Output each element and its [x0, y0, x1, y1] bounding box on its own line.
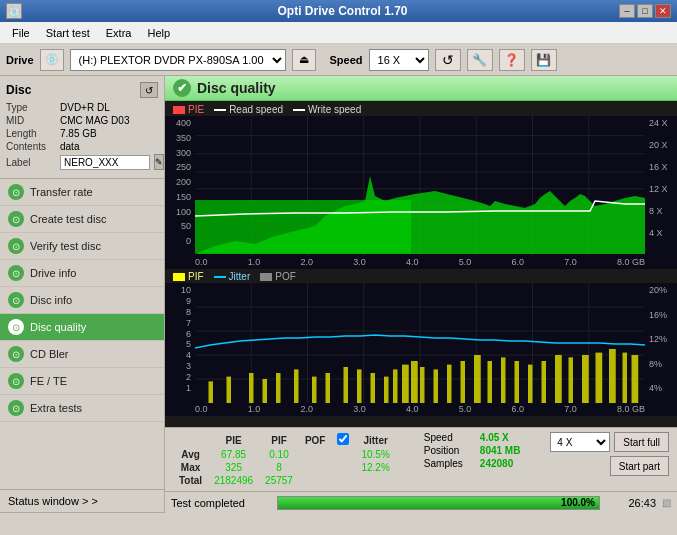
create-test-disc-label: Create test disc [30, 213, 106, 225]
drive-icon-button[interactable]: 💿 [40, 49, 64, 71]
speed-label: Speed [330, 54, 363, 66]
disc-quality-header: ✔ Disc quality [165, 76, 677, 101]
x-bot-2: 2.0 [300, 404, 313, 414]
drive-select[interactable]: (H:) PLEXTOR DVDR PX-890SA 1.00 [70, 49, 286, 71]
svg-rect-52 [555, 355, 562, 403]
total-pie: 2182496 [208, 474, 259, 487]
label-edit-button[interactable]: ✎ [154, 154, 164, 170]
sidebar-item-extra-tests[interactable]: ⊙ Extra tests [0, 395, 164, 422]
menu-help[interactable]: Help [139, 25, 178, 41]
total-pof [299, 474, 332, 487]
top-legend: PIE Read speed Write speed [165, 101, 677, 116]
bottom-y-axis-right: 20% 16% 12% 8% 4% [645, 283, 677, 403]
x-top-7: 7.0 [564, 257, 577, 267]
sidebar-item-create-test-disc[interactable]: ⊙ Create test disc [0, 206, 164, 233]
speed-select[interactable]: 16 X [369, 49, 429, 71]
y-b-8: 8 [167, 307, 193, 317]
drive-info-label: Drive info [30, 267, 76, 279]
x-bot-3: 3.0 [353, 404, 366, 414]
top-chart-svg-container [195, 116, 645, 256]
save-button[interactable]: 💾 [531, 49, 557, 71]
status-window-label: Status window > > [8, 495, 98, 507]
transfer-rate-label: Transfer rate [30, 186, 93, 198]
start-full-button[interactable]: Start full [614, 432, 669, 452]
svg-rect-46 [474, 355, 481, 403]
menu-extra[interactable]: Extra [98, 25, 140, 41]
title-bar: 💿 Opti Drive Control 1.70 – □ ✕ [0, 0, 677, 22]
disc-panel-title: Disc [6, 83, 31, 97]
pif-legend-color [173, 273, 185, 281]
max-label: Max [173, 461, 208, 474]
disc-quality-icon: ⊙ [8, 319, 24, 335]
svg-rect-44 [447, 365, 452, 403]
close-button[interactable]: ✕ [655, 4, 671, 18]
bottom-chart-svg [195, 283, 645, 403]
settings-button[interactable]: 🔧 [467, 49, 493, 71]
top-chart-row: 400 350 300 250 200 150 100 50 0 [165, 116, 677, 256]
y-br-8: 8% [647, 359, 675, 369]
svg-rect-43 [434, 369, 439, 403]
drive-info-icon: ⊙ [8, 265, 24, 281]
sidebar-item-fe-te[interactable]: ⊙ FE / TE [0, 368, 164, 395]
speed-test-select[interactable]: 4 X [550, 432, 610, 452]
y-b-6: 6 [167, 329, 193, 339]
minimize-button[interactable]: – [619, 4, 635, 18]
total-label: Total [173, 474, 208, 487]
mid-value: CMC MAG D03 [60, 115, 129, 126]
jitter-checkbox[interactable] [337, 433, 349, 445]
sidebar-status: Status window > > [0, 489, 164, 513]
refresh-button[interactable]: ↺ [435, 49, 461, 71]
eject-button[interactable]: ⏏ [292, 49, 316, 71]
help-icon-button[interactable]: ❓ [499, 49, 525, 71]
x-bot-0: 0.0 [195, 404, 208, 414]
svg-rect-35 [344, 367, 349, 403]
x-top-3: 3.0 [353, 257, 366, 267]
svg-rect-57 [623, 353, 628, 403]
svg-rect-49 [515, 361, 520, 403]
menu-file[interactable]: File [4, 25, 38, 41]
jitter-legend-color [214, 276, 226, 278]
readspeed-legend-label: Read speed [229, 104, 283, 115]
y-label-50: 50 [167, 221, 193, 231]
stats-buttons: 4 X Start full Start part [550, 432, 669, 476]
pof-legend-label: POF [275, 271, 296, 282]
disc-refresh-button[interactable]: ↺ [140, 82, 158, 98]
svg-rect-33 [312, 377, 317, 403]
svg-rect-37 [371, 373, 376, 403]
x-top-1: 1.0 [248, 257, 261, 267]
samples-value: 242080 [480, 458, 513, 469]
content-area: ✔ Disc quality PIE Read speed Write spee… [165, 76, 677, 513]
svg-rect-53 [569, 357, 574, 403]
maximize-button[interactable]: □ [637, 4, 653, 18]
writespeed-legend-label: Write speed [308, 104, 361, 115]
svg-rect-38 [384, 377, 389, 403]
sidebar-item-disc-info[interactable]: ⊙ Disc info [0, 287, 164, 314]
sidebar-item-drive-info[interactable]: ⊙ Drive info [0, 260, 164, 287]
menu-start-test[interactable]: Start test [38, 25, 98, 41]
bottom-legend: PIF Jitter POF [165, 269, 677, 283]
sidebar-item-transfer-rate[interactable]: ⊙ Transfer rate [0, 179, 164, 206]
disc-quality-label: Disc quality [30, 321, 86, 333]
x-bot-8: 8.0 GB [617, 404, 645, 414]
svg-rect-28 [227, 377, 232, 403]
x-top-2: 2.0 [300, 257, 313, 267]
main-layout: Disc ↺ Type DVD+R DL MID CMC MAG D03 Len… [0, 76, 677, 513]
y-label-200: 200 [167, 177, 193, 187]
avg-pie: 67.85 [208, 448, 259, 461]
bottom-chart-row: 10 9 8 7 6 5 4 3 2 1 [165, 283, 677, 403]
mid-key: MID [6, 115, 56, 126]
status-window-button[interactable]: Status window > > [0, 490, 164, 513]
label-input[interactable] [60, 155, 150, 170]
sidebar-item-disc-quality[interactable]: ⊙ Disc quality [0, 314, 164, 341]
x-top-6: 6.0 [511, 257, 524, 267]
avg-pif: 0.10 [259, 448, 299, 461]
start-part-button[interactable]: Start part [610, 456, 669, 476]
y-label-300: 300 [167, 148, 193, 158]
svg-rect-29 [249, 373, 254, 403]
sidebar-item-cd-bler[interactable]: ⊙ CD Bler [0, 341, 164, 368]
x-bot-1: 1.0 [248, 404, 261, 414]
svg-rect-39 [393, 369, 398, 403]
avg-pof [299, 448, 332, 461]
sidebar-item-verify-test-disc[interactable]: ⊙ Verify test disc [0, 233, 164, 260]
bottom-y-axis-left: 10 9 8 7 6 5 4 3 2 1 [165, 283, 195, 403]
